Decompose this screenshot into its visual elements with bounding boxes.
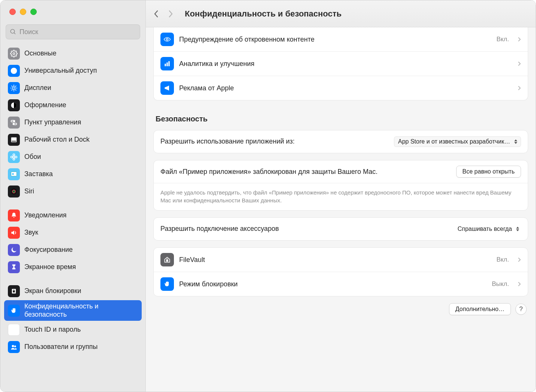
- sidebar-item-label: Пункт управления: [24, 118, 81, 127]
- sidebar-item-label: Заставка: [24, 170, 53, 178]
- svg-point-0: [10, 29, 15, 33]
- svg-line-10: [12, 86, 12, 87]
- settings-row-label: Реклама от Apple: [179, 84, 509, 92]
- sidebar-item[interactable]: Экранное время: [4, 259, 142, 275]
- speaker-icon: [8, 227, 20, 239]
- hand-icon: [160, 277, 174, 291]
- contrast-icon: [8, 99, 20, 111]
- svg-marker-41: [516, 227, 519, 229]
- svg-line-12: [15, 86, 16, 87]
- minimize-window-button[interactable]: [20, 9, 26, 15]
- search-icon: [10, 28, 16, 35]
- allow-apps-row: Разрешить использование приложений из: A…: [154, 130, 528, 153]
- bell-icon: [8, 209, 20, 221]
- screensaver-icon: [8, 168, 20, 180]
- accessories-select[interactable]: Спрашивать всегда: [458, 224, 521, 234]
- house-icon: [160, 253, 174, 266]
- settings-row[interactable]: Режим блокировки Выкл.: [154, 272, 528, 296]
- chevron-right-icon: [517, 257, 521, 262]
- search-field[interactable]: [6, 24, 140, 39]
- sidebar-item-label: Универсальный доступ: [24, 67, 97, 75]
- svg-point-34: [14, 346, 16, 347]
- settings-row-label: FileVault: [179, 256, 491, 264]
- sidebar-item-label: Оформление: [24, 101, 66, 109]
- sidebar-item[interactable]: Пользователи и группы: [4, 339, 142, 355]
- svg-line-11: [15, 90, 16, 90]
- switches-icon: [8, 117, 20, 129]
- close-window-button[interactable]: [9, 9, 16, 15]
- gear-icon: [8, 48, 20, 60]
- accessories-label: Разрешить подключение аксессуаров: [160, 224, 452, 233]
- sidebar-item[interactable]: Основные: [4, 45, 142, 62]
- svg-point-33: [12, 345, 14, 347]
- sidebar-item[interactable]: Дисплеи: [4, 80, 142, 96]
- sidebar-item-label: Обои: [24, 153, 41, 161]
- nav-forward-button[interactable]: [168, 9, 174, 18]
- svg-point-2: [13, 53, 15, 55]
- settings-row[interactable]: Реклама от Apple: [154, 76, 528, 100]
- svg-line-13: [12, 90, 12, 90]
- siri-icon: [8, 186, 20, 197]
- chevron-right-icon: [517, 61, 521, 66]
- settings-row-label: Предупреждение об откровенном контенте: [179, 36, 491, 43]
- accessories-row: Разрешить подключение аксессуаров Спраши…: [154, 218, 528, 240]
- svg-rect-32: [13, 291, 15, 292]
- sidebar-item[interactable]: Пункт управления: [4, 114, 142, 131]
- svg-rect-37: [166, 63, 168, 66]
- open-anyway-button[interactable]: Все равно открыть: [456, 166, 521, 178]
- settings-row[interactable]: Аналитика и улучшения: [154, 51, 528, 76]
- sidebar-item[interactable]: Универсальный доступ: [4, 63, 142, 79]
- sun-icon: [8, 82, 20, 94]
- svg-point-16: [13, 121, 15, 122]
- sidebar-item[interactable]: Звук: [4, 224, 142, 241]
- sidebar-item[interactable]: Рабочий стол и Dock: [4, 132, 142, 148]
- moon-icon: [8, 244, 20, 256]
- sidebar-item[interactable]: Экран блокировки: [4, 283, 142, 299]
- sidebar-item-label: Экран блокировки: [24, 287, 81, 295]
- settings-row[interactable]: Предупреждение об откровенном контенте В…: [154, 27, 528, 51]
- svg-marker-42: [516, 229, 519, 231]
- sidebar-item-label: Рабочий стол и Dock: [24, 136, 90, 144]
- advanced-button[interactable]: Дополнительно…: [449, 303, 511, 315]
- svg-point-5: [13, 87, 15, 90]
- sidebar-item-label: Основные: [24, 49, 56, 58]
- sidebar-item[interactable]: Заставка: [4, 166, 142, 183]
- help-button[interactable]: ?: [515, 304, 527, 315]
- sidebar-item[interactable]: Touch ID и пароль: [4, 322, 142, 338]
- page-title: Конфиденциальность и безопасность: [185, 9, 341, 19]
- sidebar-item-label: Конфиденциальность и безопасность: [24, 302, 138, 319]
- updown-icon: [514, 225, 521, 233]
- settings-row-value: Выкл.: [492, 280, 509, 288]
- nav-back-button[interactable]: [153, 9, 159, 18]
- svg-point-4: [13, 69, 15, 70]
- sidebar-item[interactable]: Фокусирование: [4, 242, 142, 258]
- svg-marker-39: [514, 139, 517, 141]
- svg-rect-36: [165, 64, 166, 66]
- sidebar-item[interactable]: Siri: [4, 183, 142, 200]
- chart-icon: [160, 57, 174, 70]
- allow-apps-select[interactable]: App Store и от известных разработчик…: [394, 136, 521, 147]
- sidebar-item[interactable]: Оформление: [4, 97, 142, 114]
- blocked-app-note: Apple не удалось подтвердить, что файл «…: [154, 183, 528, 210]
- svg-rect-20: [12, 141, 16, 142]
- updown-icon: [512, 138, 519, 146]
- sidebar-item-label: Touch ID и пароль: [24, 326, 81, 334]
- fullscreen-window-button[interactable]: [30, 9, 37, 15]
- flower-icon: [8, 151, 20, 163]
- settings-row[interactable]: FileVault Вкл.: [154, 248, 528, 272]
- sidebar-item-label: Звук: [24, 229, 38, 237]
- svg-point-35: [166, 39, 168, 40]
- sidebar-item[interactable]: Уведомления: [4, 207, 142, 224]
- megaphone-icon: [160, 81, 174, 95]
- sidebar-item[interactable]: Конфиденциальность и безопасность: [4, 300, 142, 321]
- search-input[interactable]: [19, 28, 136, 36]
- blocked-app-message: Файл «Пример приложения» заблокирован дл…: [160, 167, 451, 176]
- settings-row-value: Вкл.: [496, 36, 509, 43]
- eye-icon: [160, 33, 174, 46]
- svg-point-24: [11, 156, 13, 158]
- accessibility-icon: [8, 65, 20, 77]
- hourglass-icon: [8, 261, 20, 273]
- sidebar: ОсновныеУниверсальный доступДисплеиОформ…: [0, 0, 146, 392]
- settings-row-label: Режим блокировки: [179, 280, 487, 288]
- sidebar-item[interactable]: Обои: [4, 149, 142, 165]
